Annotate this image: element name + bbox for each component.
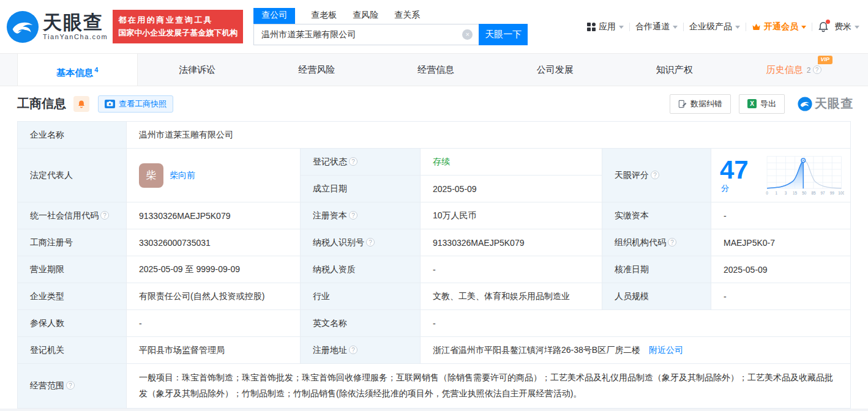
- tab-history-info[interactable]: VIP 历史信息 2?: [734, 54, 853, 86]
- reg-authority-value: 平阳县市场监督管理局: [127, 337, 301, 364]
- nav-apps[interactable]: 应用: [587, 21, 624, 32]
- slogan-line1: 都在用的商业查询工具: [118, 14, 238, 26]
- help-icon[interactable]: ?: [349, 157, 357, 166]
- score-value: 47: [720, 155, 749, 184]
- nearby-companies-link[interactable]: 附近公司: [649, 345, 683, 355]
- nav-partner[interactable]: 合作通道: [635, 21, 678, 32]
- score-unit: 分: [721, 183, 729, 193]
- score-distribution-chart: 01 315 5085 9799 100: [765, 153, 844, 198]
- table-row: 参保人数 - 英文名称 -: [18, 310, 851, 337]
- username: 费米: [834, 21, 851, 32]
- tab-operating-risk[interactable]: 经营风险: [257, 54, 376, 86]
- field-label: 统一社会信用代码?: [18, 202, 127, 229]
- field-label: 注册地址?: [301, 337, 421, 364]
- search-input[interactable]: [253, 24, 479, 45]
- avatar[interactable]: 柴: [139, 163, 163, 188]
- tianyancha-company-page: 天眼查 TianYanCha.com 都在用的商业查询工具 国家中小企业发展子基…: [0, 0, 868, 411]
- search-tab-relation[interactable]: 查关系: [394, 8, 420, 24]
- view-snapshot-button[interactable]: 查看工商快照: [98, 95, 173, 113]
- help-icon[interactable]: ?: [349, 346, 357, 354]
- field-label: 英文名称: [301, 310, 421, 337]
- field-label: 组织机构代码?: [602, 229, 711, 256]
- nav-enterprise-label: 企业级产品: [689, 21, 732, 32]
- score-cell: 47分: [711, 149, 851, 202]
- svg-text:85: 85: [812, 191, 817, 195]
- edit-document-icon: [678, 100, 687, 108]
- svg-text:15: 15: [793, 191, 798, 195]
- section-title: 工商信息: [17, 95, 66, 112]
- tianyancha-logo[interactable]: 天眼查 TianYanCha.com: [6, 10, 108, 43]
- help-icon[interactable]: ?: [668, 238, 676, 246]
- help-icon[interactable]: ?: [66, 381, 75, 390]
- help-icon[interactable]: ?: [349, 211, 357, 220]
- table-row: 企业类型 有限责任公司(自然人投资或控股) 行业 文教、工美、体育和娱乐用品制造…: [18, 283, 851, 310]
- company-name-value: 温州市道莱玉雕有限公司: [127, 122, 851, 149]
- logo-title: 天眼查: [43, 13, 108, 33]
- company-type-value: 有限责任公司(自然人投资或控股): [127, 283, 301, 310]
- svg-text:1: 1: [776, 191, 778, 195]
- tab-company-development[interactable]: 公司发展: [495, 54, 615, 86]
- nav-enterprise[interactable]: 企业级产品: [689, 21, 740, 32]
- bell-icon: [77, 100, 86, 108]
- field-label: 经营范围?: [18, 364, 127, 409]
- tab-operating-info[interactable]: 经营信息: [376, 54, 496, 86]
- search-tab-risk[interactable]: 查风险: [353, 8, 378, 24]
- watermark-logo: 天眼查: [798, 95, 853, 112]
- reg-address-cell: 浙江省温州市平阳县鳌江镇河垟路26-38号B区厂房二楼 附近公司: [421, 337, 851, 364]
- field-label: 行业: [301, 283, 421, 310]
- help-icon[interactable]: ?: [813, 65, 821, 74]
- staff-size-value: -: [711, 283, 851, 310]
- divider: [812, 23, 812, 31]
- search-tab-boss[interactable]: 查老板: [311, 8, 337, 24]
- business-scope-value: 一般项目：珠宝首饰制造；珠宝首饰批发；珠宝首饰回收修理服务；互联网销售（除销售需…: [127, 364, 851, 409]
- crown-icon: [752, 23, 761, 31]
- tab-legal-proceedings[interactable]: 法律诉讼: [138, 54, 257, 86]
- field-label: 实缴资本: [602, 202, 711, 229]
- status-badge: 存续: [433, 157, 450, 166]
- establish-date-value: 2025-05-09: [421, 176, 602, 202]
- field-label: 纳税人资质: [301, 256, 421, 283]
- field-label: 登记机关: [18, 337, 127, 364]
- nav-user[interactable]: 费米: [834, 21, 859, 32]
- field-label: 营业期限: [18, 256, 127, 283]
- table-row: 经营范围? 一般项目：珠宝首饰制造；珠宝首饰批发；珠宝首饰回收修理服务；互联网销…: [18, 364, 851, 409]
- detail-tab-bar: 基本信息4 法律诉讼 经营风险 经营信息 公司发展 知识产权 VIP 历史信息 …: [0, 53, 868, 86]
- svg-text:0: 0: [766, 191, 769, 195]
- field-label: 工商注册号: [18, 229, 127, 256]
- field-label: 登记状态?: [301, 149, 421, 176]
- table-row: 营业期限 2025-05-09 至 9999-09-09 纳税人资质 - 核准日…: [18, 256, 851, 283]
- org-code-value: MAEJP5K0-7: [711, 229, 851, 256]
- data-correction-button[interactable]: 数据纠错: [670, 94, 731, 114]
- notifications-bell[interactable]: [818, 21, 829, 32]
- taxpayer-id-value: 91330326MAEJP5K079: [421, 229, 602, 256]
- svg-text:97: 97: [821, 191, 826, 195]
- table-row: 统一社会信用代码? 91330326MAEJP5K079 注册资本? 10万人民…: [18, 202, 851, 229]
- monitor-bell-button[interactable]: [73, 96, 89, 112]
- chevron-down-icon: [619, 26, 624, 29]
- tab-basic-info[interactable]: 基本信息4: [17, 54, 138, 86]
- table-row: 企业名称 温州市道莱玉雕有限公司: [18, 122, 851, 149]
- divider: [683, 23, 684, 31]
- help-icon[interactable]: ?: [651, 171, 659, 179]
- svg-text:100: 100: [839, 191, 844, 195]
- chevron-down-icon: [855, 26, 859, 29]
- export-button[interactable]: X 导出: [739, 94, 785, 114]
- paid-capital-value: -: [711, 202, 851, 229]
- tab-intellectual-property[interactable]: 知识产权: [615, 54, 734, 86]
- camera-icon: [105, 100, 115, 108]
- nav-open-vip[interactable]: 开通会员: [752, 21, 806, 32]
- english-name-value: -: [421, 310, 851, 337]
- search-tab-company[interactable]: 查公司: [253, 8, 295, 24]
- notification-dot: [826, 20, 830, 24]
- field-label: 核准日期: [602, 256, 711, 283]
- svg-text:3: 3: [785, 191, 787, 195]
- help-icon[interactable]: ?: [100, 211, 109, 220]
- search-button[interactable]: 天眼一下: [479, 24, 528, 45]
- legal-rep-link[interactable]: 柴向前: [170, 170, 195, 181]
- site-header: 天眼查 TianYanCha.com 都在用的商业查询工具 国家中小企业发展子基…: [0, 0, 868, 53]
- industry-value: 文教、工美、体育和娱乐用品制造业: [421, 283, 602, 310]
- export-label: 导出: [760, 98, 776, 109]
- help-icon[interactable]: ?: [366, 238, 375, 246]
- tianyancha-logo-icon: [6, 10, 39, 43]
- divider: [629, 23, 630, 31]
